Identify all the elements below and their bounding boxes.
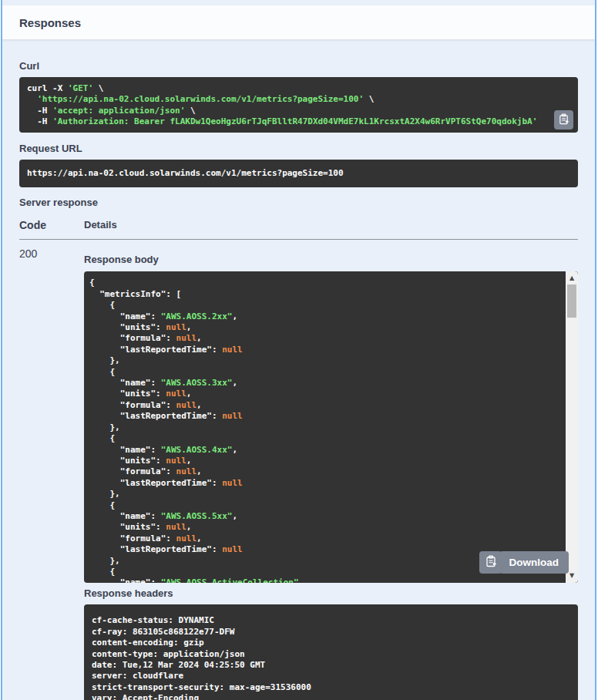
response-body-scrollbar[interactable]: ▲ ▼ [566, 271, 578, 583]
responses-content: Curl curl -X 'GET' \ 'https://api.na-02.… [2, 60, 595, 700]
clipboard-icon [558, 113, 569, 127]
response-headers-label: Response headers [84, 587, 578, 599]
status-code: 200 [19, 247, 84, 700]
response-body-block: { "metricsInfo": [ { "name": "AWS.AOSS.2… [84, 271, 578, 583]
server-response-table: Code Details 200 Response body { "metric… [19, 219, 578, 700]
request-url-value: https://api.na-02.cloud.solarwinds.com/v… [27, 168, 570, 179]
response-body-json[interactable]: { "metricsInfo": [ { "name": "AWS.AOSS.2… [84, 271, 578, 583]
responses-section-header: Responses [2, 5, 595, 40]
curl-command-text: curl -X 'GET' \ 'https://api.na-02.cloud… [27, 83, 552, 128]
request-url-block: https://api.na-02.cloud.solarwinds.com/v… [19, 160, 578, 187]
response-headers-text: cf-cache-status: DYNAMICcf-ray: 863105c8… [84, 604, 578, 700]
request-url-label: Request URL [19, 143, 578, 154]
details-cell: Response body { "metricsInfo": [ { "name… [84, 247, 578, 700]
page-title: Responses [19, 16, 81, 29]
server-response-label: Server response [19, 197, 578, 208]
response-body-label: Response body [84, 254, 578, 265]
code-column-header: Code [19, 219, 84, 231]
operation-block: Responses Curl curl -X 'GET' \ 'https://… [1, 0, 596, 700]
clipboard-icon [485, 555, 497, 570]
swagger-responses-panel: Responses Curl curl -X 'GET' \ 'https://… [0, 0, 598, 700]
curl-label: Curl [19, 60, 578, 72]
copy-curl-button[interactable] [554, 110, 573, 130]
table-row: 200 Response body { "metricsInfo": [ { "… [19, 240, 578, 700]
table-header-row: Code Details [19, 219, 578, 240]
response-headers-block: cf-cache-status: DYNAMICcf-ray: 863105c8… [84, 604, 578, 700]
copy-response-button[interactable] [479, 551, 502, 574]
download-button[interactable]: Download [499, 551, 569, 574]
scrollbar-up-arrow-icon[interactable]: ▲ [566, 273, 578, 284]
details-column-header: Details [84, 219, 578, 231]
scrollbar-thumb[interactable] [567, 284, 576, 318]
curl-code-block: curl -X 'GET' \ 'https://api.na-02.cloud… [19, 77, 578, 133]
